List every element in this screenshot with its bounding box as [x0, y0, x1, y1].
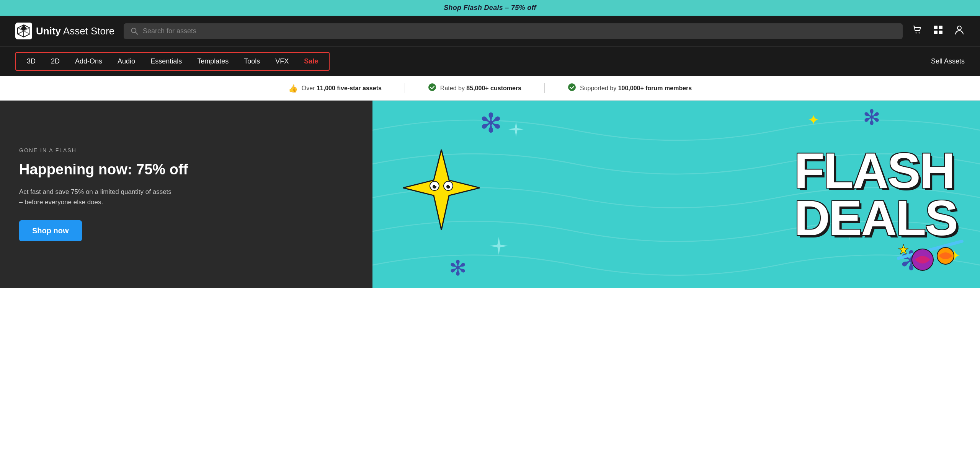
- nav-item-addons[interactable]: Add-Ons: [68, 55, 109, 68]
- check-shield-icon-2: [568, 83, 576, 93]
- svg-line-9: [136, 32, 138, 34]
- hero-right-panel: ✻ ✻ ✻ ✻ ✦ ✦: [372, 101, 980, 288]
- svg-point-24: [449, 185, 450, 186]
- logo-text: Unity Unity Asset StoreAsset Store: [36, 25, 114, 37]
- nav-item-vfx[interactable]: VFX: [268, 55, 296, 68]
- search-input[interactable]: [143, 27, 896, 35]
- nav-item-tools[interactable]: Tools: [237, 55, 267, 68]
- stat-item-assets: 👍 Over 11,000 five-star assets: [265, 84, 405, 93]
- stat-item-forum: Supported by 100,000+ forum members: [544, 83, 715, 93]
- hero-eyebrow: GONE IN A FLASH: [19, 147, 353, 153]
- cart-icon[interactable]: [912, 24, 923, 38]
- logo-area[interactable]: Unity Unity Asset StoreAsset Store: [15, 23, 114, 39]
- white-sparkle-2: [487, 234, 510, 257]
- search-bar[interactable]: [124, 23, 903, 39]
- header-icons: [912, 24, 965, 38]
- nav-bar: 3D 2D Add-Ons Audio Essentials Templates…: [0, 46, 980, 76]
- grid-icon[interactable]: [933, 25, 943, 37]
- svg-point-18: [568, 83, 576, 91]
- flower-decoration-1: ✻: [480, 107, 502, 139]
- svg-point-11: [919, 32, 920, 33]
- stat-text-customers: Rated by 85,000+ customers: [440, 85, 521, 92]
- nav-item-essentials[interactable]: Essentials: [144, 55, 189, 68]
- stat-item-customers: Rated by 85,000+ customers: [405, 83, 544, 93]
- svg-rect-14: [934, 31, 938, 34]
- nav-item-2d[interactable]: 2D: [44, 55, 67, 68]
- star-character: [403, 146, 480, 239]
- unity-logo-icon: [15, 23, 32, 39]
- user-icon[interactable]: [954, 24, 965, 38]
- flower-decoration-2: ✻: [863, 105, 880, 130]
- top-banner[interactable]: Shop Flash Deals – 75% off: [0, 0, 980, 16]
- check-shield-icon-1: [428, 83, 436, 93]
- stats-bar: 👍 Over 11,000 five-star assets Rated by …: [0, 76, 980, 101]
- candy-area: [892, 225, 969, 276]
- nav-item-templates[interactable]: Templates: [190, 55, 235, 68]
- flower-decoration-3: ✻: [449, 256, 467, 280]
- svg-rect-12: [934, 26, 938, 29]
- svg-point-10: [916, 32, 917, 33]
- shop-now-button[interactable]: Shop now: [19, 220, 82, 241]
- stat-text-assets: Over 11,000 five-star assets: [302, 85, 382, 92]
- svg-point-16: [957, 26, 961, 30]
- white-sparkle-1: [506, 120, 526, 139]
- hero-banner: GONE IN A FLASH Happening now: 75% off A…: [0, 101, 980, 288]
- nav-item-3d[interactable]: 3D: [20, 55, 42, 68]
- nav-item-sale[interactable]: Sale: [297, 55, 325, 68]
- nav-item-audio[interactable]: Audio: [111, 55, 142, 68]
- stat-text-forum: Supported by 100,000+ forum members: [580, 85, 692, 92]
- svg-rect-13: [939, 26, 942, 29]
- thumbs-up-icon: 👍: [288, 84, 298, 93]
- flash-word-flash: FLASH: [794, 147, 957, 195]
- top-banner-text: Shop Flash Deals – 75% off: [444, 4, 536, 11]
- svg-point-17: [428, 83, 436, 91]
- search-icon: [131, 27, 138, 35]
- nav-items: 3D 2D Add-Ons Audio Essentials Templates…: [15, 52, 330, 71]
- svg-rect-15: [939, 31, 942, 34]
- yellow-spark-1: ✦: [808, 112, 819, 128]
- svg-point-23: [435, 185, 436, 186]
- hero-left-panel: GONE IN A FLASH Happening now: 75% off A…: [0, 101, 372, 288]
- hero-description: Act fast and save 75% on a limited quant…: [19, 187, 172, 207]
- header: Unity Unity Asset StoreAsset Store: [0, 16, 980, 46]
- hero-title: Happening now: 75% off: [19, 161, 353, 179]
- sell-assets-link[interactable]: Sell Assets: [931, 57, 965, 65]
